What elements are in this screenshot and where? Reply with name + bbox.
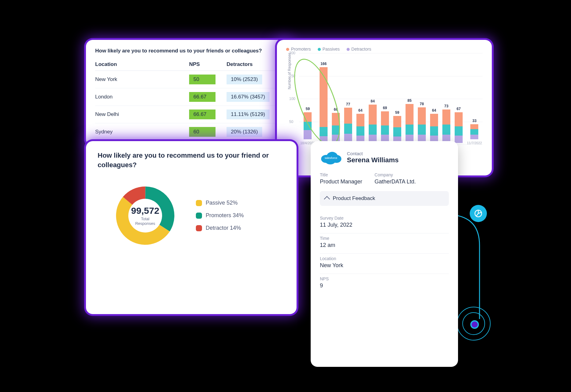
- swatch-icon: [196, 225, 202, 231]
- bar-value-label: 33: [470, 119, 478, 123]
- bar-column: 3311/7/2022: [467, 124, 482, 145]
- field-label: Location: [320, 256, 449, 261]
- contact-field: Time12 am: [320, 233, 449, 254]
- field-label: Time: [320, 236, 449, 241]
- cell-nps: 50: [189, 71, 227, 88]
- contact-detail-card: salesforce Contact Serena Williams Title…: [311, 141, 458, 367]
- bar-value-label: 166: [320, 62, 328, 66]
- bar-value-label: 73: [442, 104, 450, 108]
- cell-location: New Delhi: [95, 106, 189, 123]
- donut-legend: Passive 52% Promoters 34% Detractor 14%: [196, 200, 244, 232]
- dot-icon: [318, 48, 321, 51]
- field-label: Survey Date: [320, 216, 449, 221]
- bar-column: 78: [418, 107, 426, 145]
- contact-field: Survey Date11 July, 2022: [320, 213, 449, 233]
- company-value: GatherDATA Ltd.: [375, 179, 416, 185]
- bar-value-label: 67: [455, 107, 463, 111]
- field-value: 9: [320, 282, 449, 289]
- bar-value-label: 69: [381, 106, 389, 110]
- contact-field: NPS9: [320, 274, 449, 294]
- swatch-icon: [196, 200, 202, 206]
- legend-promoter: Promoters 34%: [196, 212, 244, 219]
- donut-total-value: 99,572: [131, 206, 159, 216]
- bar-value-label: 64: [430, 108, 438, 113]
- donut-total-label: TotalResponses: [131, 217, 159, 226]
- table-row: New Delhi66.6711.11% (5129): [95, 106, 282, 123]
- cell-detractors: 10% (2523): [227, 71, 282, 88]
- bar-ylabel: Number of Responses: [287, 53, 292, 89]
- bar-column: 5918/4/2022: [300, 112, 315, 145]
- field-value: 11 July, 2022: [320, 222, 449, 228]
- th-location: Location: [95, 58, 189, 71]
- chevron-up-icon: [324, 196, 330, 202]
- contact-field: LocationNew York: [320, 254, 449, 274]
- field-value: 12 am: [320, 242, 449, 248]
- field-value: New York: [320, 262, 449, 269]
- bar-value-label: 59: [393, 110, 401, 115]
- target-pulse-icon: [457, 307, 491, 340]
- bar-column: 66: [332, 113, 340, 145]
- th-nps: NPS: [189, 58, 227, 71]
- bar-column: 166: [320, 67, 328, 145]
- table-row: New York5010% (2523): [95, 71, 282, 88]
- cell-nps: 66.67: [189, 106, 227, 123]
- legend-passives: Passives: [318, 47, 340, 52]
- bar-column: 69: [381, 111, 389, 145]
- bar-value-label: 59: [304, 107, 312, 111]
- bar-value-label: 77: [344, 102, 352, 106]
- bar-column: 84: [369, 105, 377, 145]
- legend-detractor: Detractor 14%: [196, 225, 244, 231]
- title-value: Product Manager: [320, 179, 362, 185]
- cell-detractors: 20% (1326): [227, 123, 282, 141]
- cell-nps: 66.67: [189, 88, 227, 106]
- bar-column: 59: [393, 116, 401, 145]
- bar-column: 64: [356, 114, 364, 145]
- pie-chart-icon: [470, 205, 487, 222]
- table-card-title: How likely are you to recommend us to yo…: [95, 48, 282, 54]
- bar-column: 77: [344, 108, 352, 145]
- accordion-label: Product Feedback: [333, 195, 375, 202]
- cell-detractors: 16.67% (3457): [227, 88, 282, 106]
- donut-center: 99,572 TotalResponses: [131, 206, 159, 226]
- bar-value-label: 66: [332, 107, 340, 112]
- bar-legend: Promoters Passives Detractors: [286, 47, 483, 52]
- swatch-icon: [196, 213, 202, 219]
- cell-location: New York: [95, 71, 189, 88]
- nps-donut-card: How likely are you to recommend us to yo…: [86, 141, 297, 314]
- dot-icon: [347, 48, 350, 51]
- table-row: Sydney6020% (1326): [95, 123, 282, 141]
- contact-name: Serena Williams: [347, 156, 399, 164]
- nps-location-table: Location NPS Detractors New York5010% (2…: [95, 58, 282, 141]
- contact-eyebrow: Contact: [347, 151, 399, 156]
- bar-column: 64: [430, 114, 438, 145]
- table-row: London66.6716.67% (3457): [95, 88, 282, 106]
- th-detractors: Detractors: [227, 58, 282, 71]
- legend-detractors: Detractors: [347, 47, 371, 52]
- title-label: Title: [320, 172, 362, 177]
- bar-category-label: 11/7/2022: [467, 141, 482, 145]
- nps-location-table-card: How likely are you to recommend us to yo…: [86, 40, 292, 146]
- bar-value-label: 64: [356, 108, 364, 113]
- company-label: Company: [375, 172, 416, 177]
- salesforce-logo-icon: salesforce: [320, 150, 342, 165]
- svg-text:salesforce: salesforce: [324, 156, 337, 159]
- product-feedback-accordion[interactable]: Product Feedback: [320, 191, 449, 206]
- legend-passive: Passive 52%: [196, 200, 244, 206]
- cell-location: London: [95, 88, 189, 106]
- field-label: NPS: [320, 276, 449, 281]
- donut-card-title: How likely are you to recommend us to yo…: [98, 151, 285, 170]
- cell-nps: 60: [189, 123, 227, 141]
- donut-chart: 99,572 TotalResponses: [107, 177, 184, 254]
- bar-chart-area: Number of Responses 050100150200 5918/4/…: [299, 53, 483, 155]
- cell-detractors: 11.11% (5129): [227, 106, 282, 123]
- bar-column: 73: [442, 110, 450, 145]
- bar-value-label: 85: [406, 98, 414, 103]
- bar-column: 67: [455, 112, 463, 145]
- bar-value-label: 84: [369, 99, 377, 103]
- bar-value-label: 78: [418, 102, 426, 106]
- cell-location: Sydney: [95, 123, 189, 141]
- bar-column: 85: [406, 104, 414, 145]
- dot-icon: [286, 48, 289, 51]
